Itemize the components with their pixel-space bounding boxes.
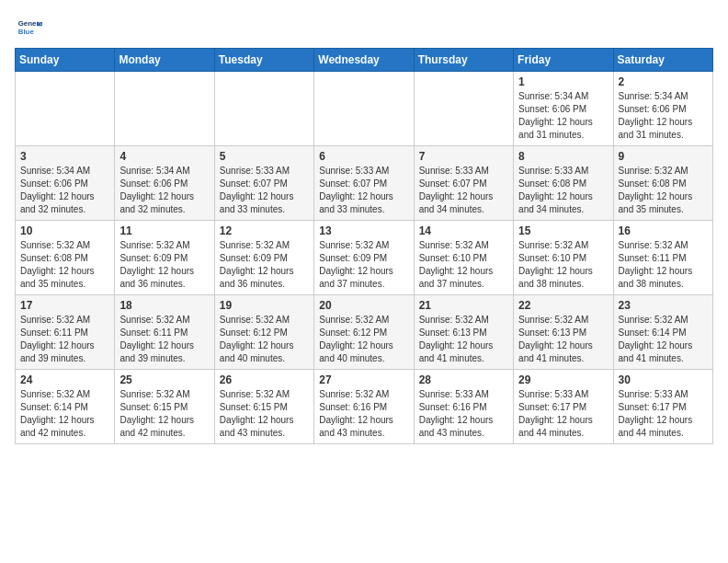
day-number: 28 bbox=[419, 373, 508, 386]
calendar-cell: 6Sunrise: 5:33 AM Sunset: 6:07 PM Daylig… bbox=[314, 146, 414, 221]
calendar-cell: 2Sunrise: 5:34 AM Sunset: 6:06 PM Daylig… bbox=[613, 72, 712, 146]
calendar-cell: 22Sunrise: 5:32 AM Sunset: 6:13 PM Dayli… bbox=[514, 295, 613, 370]
day-number: 19 bbox=[220, 299, 309, 312]
calendar-cell: 25Sunrise: 5:32 AM Sunset: 6:15 PM Dayli… bbox=[115, 370, 214, 444]
logo-icon: General Blue bbox=[17, 15, 42, 40]
calendar-cell: 19Sunrise: 5:32 AM Sunset: 6:12 PM Dayli… bbox=[214, 295, 313, 370]
day-info: Sunrise: 5:32 AM Sunset: 6:09 PM Dayligh… bbox=[119, 239, 209, 291]
day-info: Sunrise: 5:32 AM Sunset: 6:14 PM Dayligh… bbox=[619, 314, 708, 365]
weekday-header-friday: Friday bbox=[514, 49, 613, 72]
calendar-cell: 12Sunrise: 5:32 AM Sunset: 6:09 PM Dayli… bbox=[214, 221, 313, 295]
day-number: 21 bbox=[419, 299, 508, 312]
day-number: 12 bbox=[220, 224, 309, 237]
calendar-cell: 24Sunrise: 5:32 AM Sunset: 6:14 PM Dayli… bbox=[16, 370, 115, 444]
day-number: 22 bbox=[518, 299, 608, 312]
day-number: 29 bbox=[518, 373, 608, 386]
day-info: Sunrise: 5:33 AM Sunset: 6:07 PM Dayligh… bbox=[419, 165, 508, 216]
calendar-cell bbox=[16, 72, 115, 146]
day-number: 9 bbox=[619, 150, 708, 163]
day-number: 25 bbox=[119, 373, 209, 386]
day-info: Sunrise: 5:32 AM Sunset: 6:11 PM Dayligh… bbox=[20, 314, 109, 365]
weekday-header-monday: Monday bbox=[115, 49, 214, 72]
calendar-cell: 4Sunrise: 5:34 AM Sunset: 6:06 PM Daylig… bbox=[115, 146, 214, 221]
day-number: 18 bbox=[119, 299, 209, 312]
day-info: Sunrise: 5:32 AM Sunset: 6:12 PM Dayligh… bbox=[319, 314, 408, 365]
day-info: Sunrise: 5:32 AM Sunset: 6:11 PM Dayligh… bbox=[119, 314, 209, 365]
day-number: 4 bbox=[119, 150, 209, 163]
day-info: Sunrise: 5:32 AM Sunset: 6:16 PM Dayligh… bbox=[319, 388, 408, 440]
day-number: 15 bbox=[518, 224, 608, 237]
day-number: 24 bbox=[20, 373, 109, 386]
day-number: 6 bbox=[319, 150, 408, 163]
calendar-cell: 20Sunrise: 5:32 AM Sunset: 6:12 PM Dayli… bbox=[314, 295, 414, 370]
day-number: 3 bbox=[20, 150, 109, 163]
day-info: Sunrise: 5:32 AM Sunset: 6:08 PM Dayligh… bbox=[619, 165, 708, 216]
day-number: 13 bbox=[319, 224, 408, 237]
day-number: 8 bbox=[518, 150, 608, 163]
day-info: Sunrise: 5:33 AM Sunset: 6:07 PM Dayligh… bbox=[319, 165, 408, 216]
day-number: 14 bbox=[419, 224, 508, 237]
day-number: 1 bbox=[518, 75, 608, 88]
calendar-cell: 15Sunrise: 5:32 AM Sunset: 6:10 PM Dayli… bbox=[514, 221, 613, 295]
day-info: Sunrise: 5:33 AM Sunset: 6:16 PM Dayligh… bbox=[419, 388, 508, 440]
day-info: Sunrise: 5:33 AM Sunset: 6:17 PM Dayligh… bbox=[518, 388, 608, 440]
calendar-cell bbox=[314, 72, 414, 146]
day-number: 11 bbox=[119, 224, 209, 237]
calendar-cell bbox=[414, 72, 513, 146]
day-info: Sunrise: 5:33 AM Sunset: 6:17 PM Dayligh… bbox=[619, 388, 708, 440]
calendar-cell: 23Sunrise: 5:32 AM Sunset: 6:14 PM Dayli… bbox=[613, 295, 712, 370]
calendar-cell: 1Sunrise: 5:34 AM Sunset: 6:06 PM Daylig… bbox=[514, 72, 613, 146]
day-info: Sunrise: 5:32 AM Sunset: 6:10 PM Dayligh… bbox=[419, 239, 508, 291]
day-info: Sunrise: 5:32 AM Sunset: 6:10 PM Dayligh… bbox=[518, 239, 608, 291]
calendar-cell: 13Sunrise: 5:32 AM Sunset: 6:09 PM Dayli… bbox=[314, 221, 414, 295]
day-number: 17 bbox=[20, 299, 109, 312]
day-info: Sunrise: 5:32 AM Sunset: 6:14 PM Dayligh… bbox=[20, 388, 109, 440]
day-info: Sunrise: 5:32 AM Sunset: 6:08 PM Dayligh… bbox=[20, 239, 109, 291]
calendar-cell: 28Sunrise: 5:33 AM Sunset: 6:16 PM Dayli… bbox=[414, 370, 513, 444]
day-info: Sunrise: 5:34 AM Sunset: 6:06 PM Dayligh… bbox=[619, 90, 708, 142]
calendar-cell: 7Sunrise: 5:33 AM Sunset: 6:07 PM Daylig… bbox=[414, 146, 513, 221]
day-info: Sunrise: 5:32 AM Sunset: 6:13 PM Dayligh… bbox=[419, 314, 508, 365]
weekday-header-saturday: Saturday bbox=[613, 49, 712, 72]
calendar-cell: 27Sunrise: 5:32 AM Sunset: 6:16 PM Dayli… bbox=[314, 370, 414, 444]
weekday-header-wednesday: Wednesday bbox=[314, 49, 414, 72]
weekday-header-sunday: Sunday bbox=[16, 49, 115, 72]
day-info: Sunrise: 5:32 AM Sunset: 6:09 PM Dayligh… bbox=[220, 239, 309, 291]
day-number: 20 bbox=[319, 299, 408, 312]
weekday-header-thursday: Thursday bbox=[414, 49, 513, 72]
calendar-cell: 21Sunrise: 5:32 AM Sunset: 6:13 PM Dayli… bbox=[414, 295, 513, 370]
day-info: Sunrise: 5:33 AM Sunset: 6:07 PM Dayligh… bbox=[220, 165, 309, 216]
day-info: Sunrise: 5:32 AM Sunset: 6:15 PM Dayligh… bbox=[220, 388, 309, 440]
day-number: 26 bbox=[220, 373, 309, 386]
logo: General Blue bbox=[15, 15, 42, 40]
calendar-cell bbox=[214, 72, 313, 146]
day-number: 23 bbox=[619, 299, 708, 312]
day-info: Sunrise: 5:34 AM Sunset: 6:06 PM Dayligh… bbox=[119, 165, 209, 216]
calendar-cell: 18Sunrise: 5:32 AM Sunset: 6:11 PM Dayli… bbox=[115, 295, 214, 370]
day-number: 16 bbox=[619, 224, 708, 237]
day-info: Sunrise: 5:34 AM Sunset: 6:06 PM Dayligh… bbox=[518, 90, 608, 142]
day-number: 7 bbox=[419, 150, 508, 163]
calendar-cell: 14Sunrise: 5:32 AM Sunset: 6:10 PM Dayli… bbox=[414, 221, 513, 295]
day-number: 27 bbox=[319, 373, 408, 386]
calendar-cell: 29Sunrise: 5:33 AM Sunset: 6:17 PM Dayli… bbox=[514, 370, 613, 444]
calendar-cell: 26Sunrise: 5:32 AM Sunset: 6:15 PM Dayli… bbox=[214, 370, 313, 444]
day-info: Sunrise: 5:32 AM Sunset: 6:13 PM Dayligh… bbox=[518, 314, 608, 365]
calendar-cell: 8Sunrise: 5:33 AM Sunset: 6:08 PM Daylig… bbox=[514, 146, 613, 221]
day-info: Sunrise: 5:33 AM Sunset: 6:08 PM Dayligh… bbox=[518, 165, 608, 216]
calendar-cell: 3Sunrise: 5:34 AM Sunset: 6:06 PM Daylig… bbox=[16, 146, 115, 221]
day-number: 2 bbox=[619, 75, 708, 88]
calendar-cell bbox=[115, 72, 214, 146]
calendar-cell: 10Sunrise: 5:32 AM Sunset: 6:08 PM Dayli… bbox=[16, 221, 115, 295]
calendar-table: SundayMondayTuesdayWednesdayThursdayFrid… bbox=[15, 48, 713, 444]
day-info: Sunrise: 5:32 AM Sunset: 6:12 PM Dayligh… bbox=[220, 314, 309, 365]
calendar-cell: 16Sunrise: 5:32 AM Sunset: 6:11 PM Dayli… bbox=[613, 221, 712, 295]
calendar-cell: 9Sunrise: 5:32 AM Sunset: 6:08 PM Daylig… bbox=[613, 146, 712, 221]
day-info: Sunrise: 5:32 AM Sunset: 6:09 PM Dayligh… bbox=[319, 239, 408, 291]
calendar-cell: 5Sunrise: 5:33 AM Sunset: 6:07 PM Daylig… bbox=[214, 146, 313, 221]
day-number: 10 bbox=[20, 224, 109, 237]
day-info: Sunrise: 5:34 AM Sunset: 6:06 PM Dayligh… bbox=[20, 165, 109, 216]
day-number: 30 bbox=[619, 373, 708, 386]
calendar-cell: 17Sunrise: 5:32 AM Sunset: 6:11 PM Dayli… bbox=[16, 295, 115, 370]
calendar-cell: 11Sunrise: 5:32 AM Sunset: 6:09 PM Dayli… bbox=[115, 221, 214, 295]
